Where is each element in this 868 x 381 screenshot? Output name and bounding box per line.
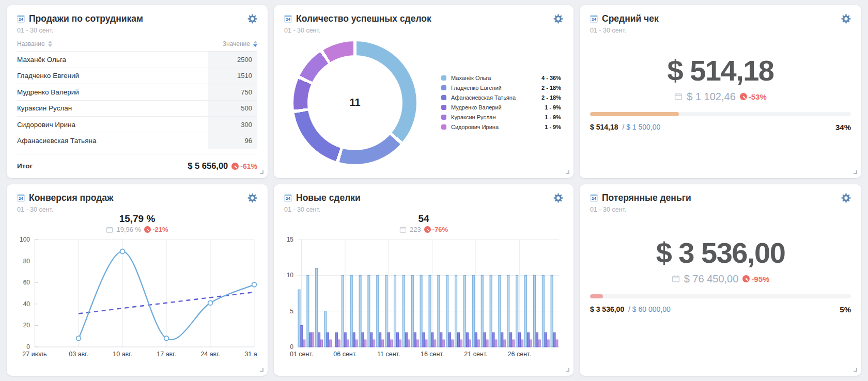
gear-icon[interactable] xyxy=(841,14,851,24)
employee-value: 750 xyxy=(208,84,257,100)
svg-text:31 авг.: 31 авг. xyxy=(244,351,257,358)
bitrix24-icon: 24 xyxy=(284,194,292,202)
decline-gauge-icon xyxy=(424,226,431,233)
legend-swatch-icon xyxy=(441,95,446,100)
gear-icon[interactable] xyxy=(247,193,257,203)
metric-big-value: 15,79 % xyxy=(17,213,257,225)
gear-icon[interactable] xyxy=(553,14,563,24)
widget-period: 01 - 30 сент. xyxy=(590,206,851,213)
bitrix24-icon: 24 xyxy=(590,15,598,23)
decline-gauge-icon xyxy=(740,93,747,100)
delta-badge: -21% xyxy=(144,226,168,233)
employee-value: 2500 xyxy=(208,52,257,68)
calendar-icon xyxy=(399,226,407,233)
table-row[interactable]: Маханёк Ольга2500 xyxy=(17,51,257,68)
legend-item[interactable]: Гладченко Евгений2 - 18% xyxy=(441,83,561,93)
widget-sales-by-employee: 24 Продажи по сотрудникам xyxy=(7,5,268,178)
bitrix24-icon: 24 xyxy=(284,15,292,23)
legend-item[interactable]: Сидорович Ирина1 - 9% xyxy=(441,122,561,132)
svg-text:16 сент.: 16 сент. xyxy=(421,351,444,358)
svg-text:24 авг.: 24 авг. xyxy=(200,351,220,358)
legend-swatch-icon xyxy=(441,75,446,81)
svg-text:06 сент.: 06 сент. xyxy=(333,351,357,358)
legend-value: 1 - 9% xyxy=(545,114,561,120)
previous-value: $ 1 102,46 xyxy=(687,91,736,103)
svg-text:100: 100 xyxy=(20,236,30,243)
resize-corner-handle[interactable] xyxy=(260,170,264,174)
conversion-line-chart: 02040608010027 июль03 авг.10 авг.17 авг.… xyxy=(17,236,257,369)
employee-name: Мудренко Валерий xyxy=(17,84,208,100)
legend-label: Мудренко Валерий xyxy=(451,104,502,110)
previous-value: 223 xyxy=(410,226,421,233)
employee-name: Афанасиевская Татьяна xyxy=(17,133,208,149)
goal-progress: $ 3 536,00 / $ 60 000,00 5% xyxy=(590,294,851,314)
gear-icon[interactable] xyxy=(247,14,257,24)
table-row[interactable]: Кураксин Руслан500 xyxy=(17,100,257,117)
widget-conversion: 24 Конверсия продаж xyxy=(7,184,268,376)
metric-big-value: $ 3 536,00 xyxy=(590,237,851,269)
legend-item[interactable]: Маханёк Ольга4 - 36% xyxy=(441,73,561,83)
svg-text:26 сент.: 26 сент. xyxy=(508,351,531,358)
bitrix24-icon: 24 xyxy=(590,194,598,202)
table-row[interactable]: Гладченко Евгений1510 xyxy=(17,68,257,84)
legend-label: Маханёк Ольга xyxy=(451,75,491,81)
legend-label: Афанасиевская Татьяна xyxy=(451,94,516,101)
calendar-icon xyxy=(106,226,113,233)
progress-percent: 5% xyxy=(840,305,851,314)
decline-gauge-icon xyxy=(231,163,239,170)
legend-swatch-icon xyxy=(441,105,446,110)
widget-title: Потерянные деньги xyxy=(602,193,837,203)
employee-name: Сидорович Ирина xyxy=(17,117,208,133)
svg-text:11 сент.: 11 сент. xyxy=(377,351,400,358)
svg-text:21 сент.: 21 сент. xyxy=(464,351,487,358)
gear-icon[interactable] xyxy=(553,193,563,203)
table-row[interactable]: Афанасиевская Татьяна96 xyxy=(17,133,257,149)
legend-value: 1 - 9% xyxy=(545,104,561,110)
legend-value: 1 - 9% xyxy=(545,124,561,130)
table-row[interactable]: Мудренко Валерий750 xyxy=(17,84,257,100)
svg-text:40: 40 xyxy=(23,300,30,308)
deals-donut: 11 xyxy=(293,41,416,164)
widget-lost-money: 24 Потерянные деньги xyxy=(580,184,861,376)
legend-value: 2 - 18% xyxy=(541,85,561,91)
gear-icon[interactable] xyxy=(841,193,851,203)
legend-swatch-icon xyxy=(441,124,446,130)
widget-title: Количество успешных сделок xyxy=(296,13,549,24)
widget-successful-deals: 24 Количество успешных сделок xyxy=(274,5,574,178)
employee-table-body: Маханёк Ольга2500Гладченко Евгений1510Му… xyxy=(17,51,257,149)
legend-value: 4 - 36% xyxy=(541,75,561,81)
widget-title: Конверсия продаж xyxy=(29,193,243,203)
legend-item[interactable]: Афанасиевская Татьяна2 - 18% xyxy=(441,93,561,103)
decline-gauge-icon xyxy=(742,275,750,282)
legend-swatch-icon xyxy=(441,115,446,120)
previous-period-comparison: 223 -76% xyxy=(284,226,563,233)
table-row[interactable]: Сидорович Ирина300 xyxy=(17,116,257,133)
legend-item[interactable]: Кураксин Руслан1 - 9% xyxy=(441,113,561,122)
svg-text:60: 60 xyxy=(23,279,30,286)
column-header-name[interactable]: Название xyxy=(17,40,52,47)
legend-item[interactable]: Мудренко Валерий1 - 9% xyxy=(441,103,561,113)
delta-badge: -95% xyxy=(742,275,769,283)
resize-corner-handle[interactable] xyxy=(566,368,569,372)
resize-corner-handle[interactable] xyxy=(260,368,264,372)
previous-period-comparison: $ 1 102,46 -53% xyxy=(590,91,851,103)
sort-arrows-icon[interactable] xyxy=(48,41,52,47)
metric-big-value: 54 xyxy=(284,213,563,225)
calendar-icon xyxy=(674,92,683,101)
legend-label: Кураксин Руслан xyxy=(451,114,496,120)
delta-badge: -53% xyxy=(740,92,767,101)
employee-value: 96 xyxy=(208,133,257,149)
legend-value: 2 - 18% xyxy=(541,94,561,101)
bitrix24-icon: 24 xyxy=(17,15,25,23)
resize-corner-handle[interactable] xyxy=(566,170,569,174)
widget-period: 01 - 30 сент. xyxy=(17,27,257,34)
resize-corner-handle[interactable] xyxy=(854,368,857,372)
deals-legend: Маханёк Ольга4 - 36%Гладченко Евгений2 -… xyxy=(441,73,561,132)
sort-arrows-icon[interactable] xyxy=(253,41,257,47)
progress-fill xyxy=(590,294,603,298)
total-label: Итог xyxy=(17,162,33,170)
goal-progress: $ 514,18 / $ 1 500,00 34% xyxy=(590,112,851,132)
column-header-value[interactable]: Значение xyxy=(223,40,257,47)
widget-period: 01 - 30 сент. xyxy=(284,206,563,213)
resize-corner-handle[interactable] xyxy=(854,170,857,174)
